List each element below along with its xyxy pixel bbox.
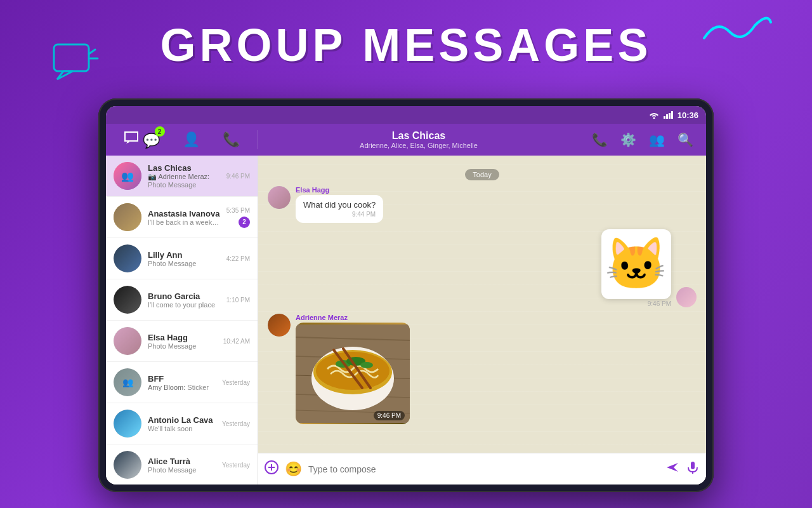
svg-point-20: [360, 362, 373, 368]
avatar-antonio: [114, 410, 141, 438]
contact-name-bff: BFF: [148, 374, 216, 384]
contact-preview-text-las-chicas: Photo Message: [148, 181, 220, 189]
contact-name-alice: Alice Turrà: [148, 457, 216, 466]
noodle-bowl-svg: [296, 324, 410, 423]
search-icon[interactable]: 🔍: [678, 132, 693, 147]
add-member-icon[interactable]: 👥: [649, 132, 665, 147]
message-bubble-elsa: What did you cook? 9:44 PM: [296, 195, 383, 223]
messages-tab[interactable]: 💬 2: [124, 130, 160, 149]
contact-preview-las-chicas: 📷 Adrienne Meraz:: [148, 173, 220, 181]
nav-right: 📞 ⚙️ 👥 🔍: [579, 132, 706, 147]
svg-rect-6: [666, 114, 668, 119]
contact-time-lilly: 4:22 PM: [226, 255, 250, 262]
calls-tab[interactable]: 📞: [223, 131, 240, 148]
main-content: 👥 Las Chicas 📷 Adrienne Meraz: Photo Mes…: [106, 156, 706, 485]
contact-name-bruno: Bruno Garcia: [148, 291, 220, 301]
svg-rect-26: [691, 462, 695, 469]
contact-alice[interactable]: Alice Turrà Photo Message Yesterday: [106, 444, 258, 485]
contact-name-elsa: Elsa Hagg: [148, 333, 217, 342]
received-block-elsa: Elsa Hagg What did you cook? 9:44 PM: [296, 186, 383, 223]
contact-time-elsa: 10:42 AM: [223, 338, 250, 345]
settings-icon[interactable]: ⚙️: [620, 132, 636, 147]
contact-preview-elsa: Photo Message: [148, 342, 217, 350]
tablet-frame: 10:36 💬 2 👤: [98, 98, 714, 492]
contact-preview-bruno: I'll come to your place: [148, 301, 220, 309]
contact-name-antonio: Antonio La Cava: [148, 415, 216, 425]
wifi-icon: [648, 111, 660, 119]
nav-center: Las Chicas Adrienne, Alice, Elsa, Ginger…: [258, 130, 579, 149]
contact-time-anastasia: 5:35 PM: [226, 207, 250, 214]
contacts-sidebar: 👥 Las Chicas 📷 Adrienne Meraz: Photo Mes…: [106, 156, 258, 485]
chat-messages: Today Elsa Hagg What did you cook? 9:44 …: [258, 156, 706, 453]
contact-info-anastasia: Anastasia Ivanova I'll be back in a week…: [148, 209, 220, 226]
tablet-screen: 10:36 💬 2 👤: [106, 106, 706, 485]
nav-bar: 💬 2 👤 📞 Las Chicas Adrienne, Alice, Elsa…: [106, 124, 706, 156]
contact-time-bff: Yesterday: [222, 379, 250, 386]
received-block-adrienne: Adrienne Meraz: [296, 314, 410, 424]
contact-preview-bff: Amy Bloom: Sticker: [148, 384, 216, 391]
contact-name-anastasia: Anastasia Ivanova: [148, 209, 220, 218]
contact-time-antonio: Yesterday: [222, 420, 250, 427]
contact-antonio[interactable]: Antonio La Cava We'll talk soon Yesterda…: [106, 403, 258, 444]
call-icon[interactable]: 📞: [592, 132, 608, 147]
contact-time-las-chicas: 9:46 PM: [226, 173, 250, 180]
sticker-icon[interactable]: 😊: [285, 461, 302, 478]
contact-las-chicas[interactable]: 👥 Las Chicas 📷 Adrienne Meraz: Photo Mes…: [106, 156, 258, 197]
contact-preview-anastasia: I'll be back in a week, let's meet up th…: [148, 218, 220, 226]
avatar-bff: 👥: [114, 368, 141, 396]
contact-anastasia[interactable]: Anastasia Ivanova I'll be back in a week…: [106, 197, 258, 238]
contact-info-alice: Alice Turrà Photo Message: [148, 457, 216, 474]
contact-name-lilly: Lilly Ann: [148, 250, 220, 260]
message-row-adrienne-photo: Adrienne Meraz: [268, 314, 697, 424]
message-row-elsa: Elsa Hagg What did you cook? 9:44 PM: [268, 186, 697, 223]
avatar-anastasia: [114, 203, 141, 231]
avatar-bruno: [114, 286, 141, 314]
msg-sender-adrienne: Adrienne Meraz: [296, 314, 348, 321]
chat-members: Adrienne, Alice, Elsa, Ginger, Michelle: [360, 142, 478, 149]
svg-rect-8: [671, 111, 673, 119]
msg-avatar-adrienne: [268, 314, 291, 337]
svg-point-4: [653, 117, 655, 119]
sticker-message-row: 🐱 9:46 PM: [268, 229, 697, 307]
contact-preview-alice: Photo Message: [148, 466, 216, 474]
avatar-elsa: [114, 327, 141, 355]
sticker-time: 9:46 PM: [648, 300, 671, 307]
date-divider: Today: [268, 168, 697, 180]
chat-input-bar: 😊: [258, 453, 706, 485]
contact-info-antonio: Antonio La Cava We'll talk soon: [148, 415, 216, 432]
msg-sender-elsa: Elsa Hagg: [296, 186, 329, 194]
message-input[interactable]: [308, 464, 659, 474]
contact-info-bruno: Bruno Garcia I'll come to your place: [148, 291, 220, 309]
chat-icon-decoration: [51, 38, 102, 83]
contact-lilly[interactable]: Lilly Ann Photo Message 4:22 PM: [106, 238, 258, 279]
contact-info-bff: BFF Amy Bloom: Sticker: [148, 374, 216, 391]
mic-icon[interactable]: [686, 460, 700, 478]
photo-time: 9:46 PM: [374, 411, 405, 420]
contact-info-lilly: Lilly Ann Photo Message: [148, 250, 220, 267]
contact-bff[interactable]: 👥 BFF Amy Bloom: Sticker Yesterday: [106, 362, 258, 403]
unread-badge-anastasia: 2: [239, 217, 250, 228]
signal-icon: [664, 111, 674, 119]
page-title: GROUP MESSAGES: [160, 19, 652, 71]
svg-rect-0: [54, 44, 89, 71]
photo-message-adrienne: 9:46 PM: [296, 323, 410, 424]
msg-time-elsa: 9:44 PM: [303, 211, 376, 218]
avatar-lilly: [114, 244, 141, 272]
contact-name-las-chicas: Las Chicas: [148, 163, 220, 173]
contact-info-las-chicas: Las Chicas 📷 Adrienne Meraz: Photo Messa…: [148, 163, 220, 189]
send-icon[interactable]: [665, 460, 679, 478]
contact-bruno[interactable]: Bruno Garcia I'll come to your place 1:1…: [106, 279, 258, 321]
messages-badge: 2: [155, 126, 165, 137]
svg-rect-5: [664, 116, 665, 119]
msg-avatar-me: [676, 287, 697, 307]
svg-marker-1: [57, 71, 73, 79]
squiggle-decoration: [698, 13, 774, 51]
msg-avatar-elsa: [268, 186, 291, 209]
add-attachment-icon[interactable]: [265, 460, 278, 478]
contacts-tab[interactable]: 👤: [183, 131, 200, 148]
contact-preview-antonio: We'll talk soon: [148, 425, 216, 432]
contact-elsa[interactable]: Elsa Hagg Photo Message 10:42 AM: [106, 321, 258, 362]
contact-info-elsa: Elsa Hagg Photo Message: [148, 333, 217, 350]
nav-left: 💬 2 👤 📞: [106, 130, 258, 149]
sticker-block: 🐱 9:46 PM: [601, 229, 671, 307]
